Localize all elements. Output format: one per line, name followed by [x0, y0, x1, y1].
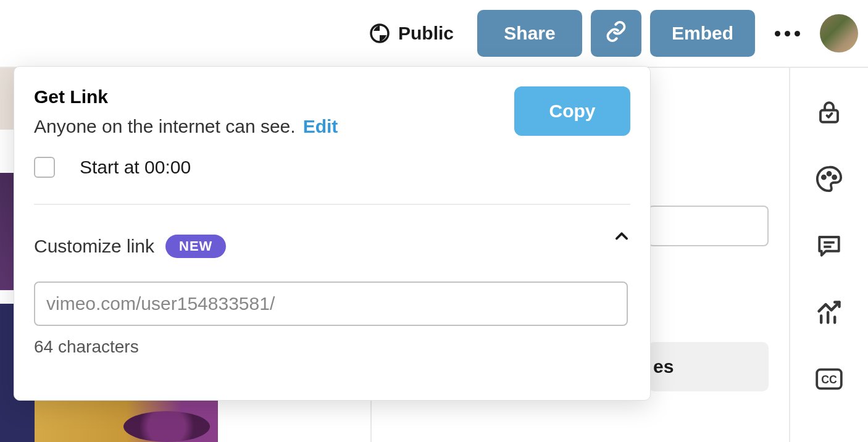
- globe-icon: [370, 23, 390, 43]
- copy-button[interactable]: Copy: [514, 86, 630, 136]
- popover-subtitle: Anyone on the internet can see.: [34, 116, 296, 137]
- right-sidebar: CC: [789, 68, 868, 442]
- start-at-row: Start at 00:00: [34, 157, 630, 205]
- custom-link-value: vimeo.com/user154833581/: [46, 293, 275, 314]
- sidebar-analytics-button[interactable]: [816, 300, 843, 327]
- new-badge: NEW: [165, 235, 226, 258]
- sidebar-captions-button[interactable]: CC: [816, 367, 843, 394]
- privacy-label: Public: [398, 23, 454, 44]
- edit-privacy-link[interactable]: Edit: [303, 116, 338, 137]
- palette-icon: [815, 165, 843, 196]
- bg-separator: [370, 400, 372, 442]
- popover-header-text: Get Link Anyone on the internet can see.…: [34, 86, 338, 137]
- link-icon: [605, 20, 627, 47]
- start-at-checkbox[interactable]: [34, 157, 55, 178]
- svg-point-2: [822, 176, 825, 179]
- get-link-popover: Get Link Anyone on the internet can see.…: [14, 66, 651, 401]
- sidebar-comments-button[interactable]: [816, 233, 843, 261]
- lock-icon: [816, 99, 842, 128]
- popover-header: Get Link Anyone on the internet can see.…: [34, 86, 630, 137]
- sidebar-customize-button[interactable]: [816, 167, 843, 194]
- cc-icon: CC: [816, 368, 843, 393]
- avatar[interactable]: [820, 14, 858, 52]
- dot-icon: [775, 31, 780, 36]
- customize-link-header[interactable]: Customize link NEW: [34, 235, 630, 258]
- svg-point-3: [828, 172, 831, 175]
- sidebar-privacy-button[interactable]: [816, 100, 843, 127]
- embed-button[interactable]: Embed: [650, 10, 755, 57]
- analytics-icon: [816, 299, 843, 328]
- svg-point-4: [833, 176, 836, 179]
- char-count-label: 64 characters: [34, 337, 630, 357]
- dot-icon: [785, 31, 790, 36]
- copy-link-button[interactable]: [591, 10, 641, 57]
- top-bar: Public Share Embed: [0, 0, 868, 68]
- custom-link-input[interactable]: vimeo.com/user154833581/: [34, 281, 628, 326]
- comment-icon: [816, 233, 842, 261]
- bg-chip-fragment: es: [648, 342, 769, 391]
- popover-title: Get Link: [34, 86, 338, 107]
- popover-subtitle-row: Anyone on the internet can see. Edit: [34, 116, 338, 137]
- chevron-up-icon[interactable]: [613, 228, 630, 248]
- privacy-indicator[interactable]: Public: [370, 23, 454, 44]
- bg-thumbnail-fragment: [123, 411, 210, 442]
- dot-icon: [795, 31, 800, 36]
- start-at-label: Start at 00:00: [80, 157, 191, 178]
- more-options-button[interactable]: [775, 31, 800, 36]
- bg-input-fragment: [648, 206, 769, 246]
- svg-text:CC: CC: [821, 373, 837, 386]
- customize-link-label: Customize link: [34, 236, 154, 257]
- share-button[interactable]: Share: [477, 10, 582, 57]
